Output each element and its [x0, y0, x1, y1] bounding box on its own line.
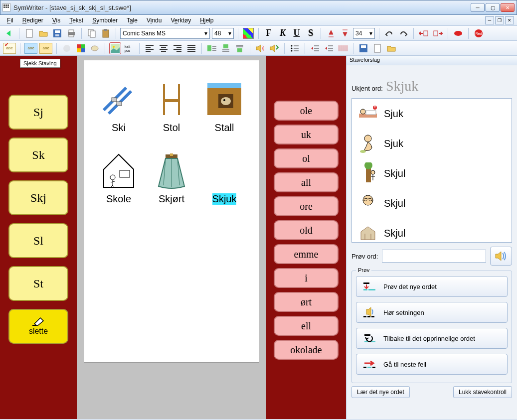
- redo-icon[interactable]: [397, 27, 409, 39]
- font-name-combo[interactable]: Comic Sans MS ▾: [120, 28, 210, 39]
- try-word-input[interactable]: [382, 250, 486, 263]
- right-btn-ol[interactable]: ol: [274, 148, 339, 168]
- text-left-sym-icon[interactable]: [206, 42, 218, 54]
- sym-size-up-icon[interactable]: [325, 27, 337, 39]
- new-doc-icon[interactable]: [23, 27, 35, 39]
- menu-tale[interactable]: Tale: [123, 16, 142, 25]
- try-new-word-button[interactable]: Prøv det nye ordet: [356, 276, 508, 297]
- back-to-original-button[interactable]: Tilbake til det opprinnelige ordet: [356, 328, 508, 349]
- menu-verktoy[interactable]: Verktøy: [167, 16, 195, 25]
- copy-icon[interactable]: [86, 27, 98, 39]
- doc-minimize-button[interactable]: ─: [485, 16, 494, 24]
- font-size-combo[interactable]: 48 ▾: [212, 28, 234, 39]
- sym-size-down-icon[interactable]: [339, 27, 351, 39]
- left-btn-slette[interactable]: slette: [8, 309, 68, 344]
- menu-vindu[interactable]: Vindu: [143, 16, 166, 25]
- right-btn-i[interactable]: i: [274, 268, 339, 288]
- bullets-icon[interactable]: [289, 42, 301, 54]
- wordlist-yellow-icon[interactable]: abc: [39, 43, 52, 54]
- suggestion-item[interactable]: Sjuk: [352, 99, 512, 129]
- suggestion-text: Skjul: [384, 168, 405, 179]
- undo-icon[interactable]: [383, 27, 395, 39]
- color-symbol-icon[interactable]: [75, 42, 87, 54]
- bold-button[interactable]: F: [263, 27, 275, 39]
- go-to-next-error-button[interactable]: Gå til neste feil: [356, 354, 508, 375]
- suggestion-item[interactable]: Sjuk: [352, 129, 512, 158]
- close-spellcheck-button[interactable]: Lukk stavekontroll: [453, 386, 512, 398]
- text-above-sym-icon[interactable]: [220, 42, 232, 54]
- right-btn-all[interactable]: all: [274, 172, 339, 192]
- mono-symbol-icon[interactable]: [89, 42, 101, 54]
- spellcheck-button[interactable]: ✔abc: [3, 43, 16, 54]
- right-btn-ole[interactable]: ole: [274, 101, 339, 121]
- image-symbol-icon[interactable]: [109, 42, 121, 54]
- align-justify-icon[interactable]: [185, 42, 197, 54]
- right-btn-ort[interactable]: ørt: [274, 292, 339, 312]
- shadow-button[interactable]: S: [305, 27, 317, 39]
- open-icon[interactable]: [37, 27, 49, 39]
- hear-icon: [361, 306, 378, 318]
- doc-restore-button[interactable]: ❐: [495, 16, 504, 24]
- maximize-button[interactable]: ▢: [486, 3, 500, 12]
- open-grid-icon[interactable]: [385, 42, 397, 54]
- italic-button[interactable]: K: [277, 27, 289, 39]
- left-btn-skj[interactable]: Skj: [8, 180, 68, 215]
- right-btn-old[interactable]: old: [274, 220, 339, 240]
- speak-repeat-icon[interactable]: [268, 42, 280, 54]
- learn-word-button[interactable]: Lær det nye ordet: [351, 386, 410, 398]
- suggestion-item[interactable]: Skjul: [352, 218, 512, 243]
- align-left-icon[interactable]: [144, 42, 156, 54]
- menu-hjelp[interactable]: Hjelp: [196, 16, 217, 25]
- menu-fil[interactable]: Fil: [3, 16, 17, 25]
- doc-close-button[interactable]: ✕: [505, 16, 514, 24]
- align-right-icon[interactable]: [172, 42, 183, 54]
- kattpus-icon[interactable]: kattpus: [123, 42, 135, 54]
- right-btn-ore[interactable]: ore: [274, 196, 339, 216]
- skirt-icon: [152, 151, 191, 191]
- new-grid-icon[interactable]: [371, 42, 383, 54]
- symbol-size-combo[interactable]: 34 ▾: [353, 28, 375, 39]
- suggestion-item[interactable]: Skjul: [352, 158, 512, 188]
- document-page[interactable]: Ski Stol Stall Skole Skjørt: [84, 60, 259, 363]
- svg-text:Red: Red: [476, 32, 482, 35]
- next-grid-icon[interactable]: [432, 27, 444, 39]
- left-btn-sl[interactable]: Sl: [8, 223, 68, 258]
- suggestion-item[interactable]: Skjul: [352, 188, 512, 218]
- prev-grid-icon[interactable]: [418, 27, 430, 39]
- left-btn-st[interactable]: St: [8, 266, 68, 301]
- right-btn-uk[interactable]: uk: [274, 125, 339, 144]
- paste-icon[interactable]: [100, 27, 112, 39]
- red-dot-icon[interactable]: Red: [473, 27, 485, 39]
- right-btn-okolade[interactable]: okolade: [274, 340, 339, 360]
- menu-rediger[interactable]: Rediger: [18, 16, 47, 25]
- suggestion-list[interactable]: Sjuk Sjuk Skjul Skjul Skjul: [351, 98, 512, 243]
- text-below-sym-icon[interactable]: [234, 42, 246, 54]
- underline-button[interactable]: U: [291, 27, 303, 39]
- save-icon[interactable]: [51, 27, 63, 39]
- indent-left-icon[interactable]: [323, 42, 335, 54]
- record-icon[interactable]: [452, 27, 464, 39]
- left-btn-sj[interactable]: Sj: [8, 95, 68, 130]
- tabstops-icon[interactable]: [337, 42, 349, 54]
- menu-vis[interactable]: Vis: [48, 16, 64, 25]
- hear-sentence-button[interactable]: Hør setningen: [356, 302, 508, 323]
- print-icon[interactable]: [65, 27, 77, 39]
- menubar: Fil Rediger Vis Tekst Symboler Tale Vind…: [0, 15, 517, 26]
- right-btn-ell[interactable]: ell: [274, 316, 339, 336]
- save-grid-icon[interactable]: [357, 42, 369, 54]
- menu-symboler[interactable]: Symboler: [88, 16, 122, 25]
- left-btn-sk[interactable]: Sk: [8, 138, 68, 172]
- font-color-icon[interactable]: [242, 27, 254, 39]
- speak-icon[interactable]: [254, 42, 266, 54]
- close-button[interactable]: ✕: [501, 3, 515, 12]
- indent-right-icon[interactable]: [309, 42, 321, 54]
- align-center-icon[interactable]: [158, 42, 170, 54]
- menu-tekst[interactable]: Tekst: [65, 16, 87, 25]
- right-btn-emme[interactable]: emme: [274, 244, 339, 264]
- wordlist-blue-icon[interactable]: abc: [24, 43, 37, 54]
- speak-try-word-button[interactable]: [490, 247, 512, 266]
- back-environment-icon[interactable]: [3, 27, 15, 39]
- svg-rect-24: [77, 44, 81, 48]
- minimize-button[interactable]: ─: [471, 3, 485, 12]
- symbol-off-icon[interactable]: [61, 42, 73, 54]
